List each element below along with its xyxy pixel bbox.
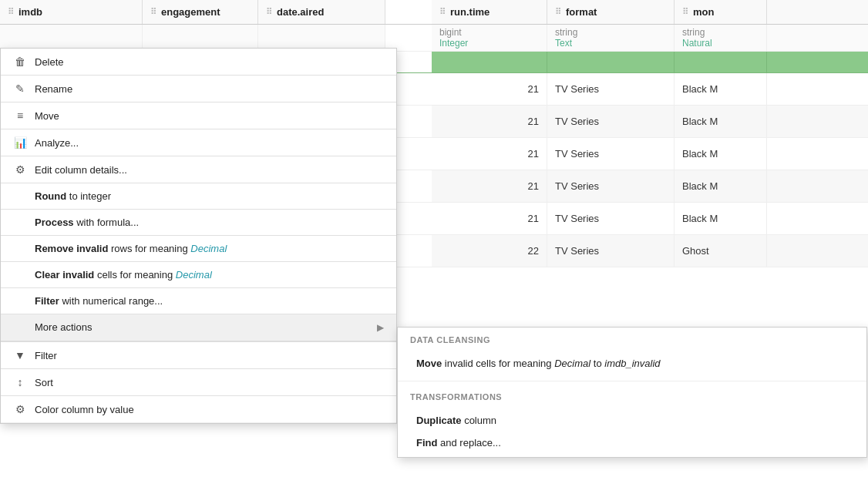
drag-handle-imdb: ⠿ [8,7,14,17]
col-header-dateaired[interactable]: ⠿ date.aired [258,0,385,24]
color-column-icon: ⚙ [13,403,27,415]
menu-label-rename: Rename [35,83,72,95]
move-icon: ≡ [13,109,27,122]
menu-label-remove-invalid: Remove invalid rows for meaning Decimal [35,243,227,254]
menu-label-more-actions: More actions [35,321,92,333]
menu-label-move: Move [35,110,59,122]
cell-runtime: 21 [432,203,547,234]
menu-label-filter: Filter [35,350,57,361]
col-header-mon[interactable]: ⠿ mon [675,0,767,24]
sort-icon: ↕ [13,376,27,388]
semantic-link-runtime[interactable]: Integer [439,38,539,49]
menu-label-clear-invalid: Clear invalid cells for meaning Decimal [35,269,212,281]
type-label-runtime: bigint [439,27,462,38]
type-cell-dateaired [258,25,385,51]
submenu-title-transformations: TRANSFORMATIONS [410,392,854,405]
cell-runtime: 21 [432,106,547,137]
cell-format: TV Series [547,203,675,234]
menu-item-remove-invalid[interactable]: Remove invalid rows for meaning Decimal [1,236,396,262]
delete-icon: 🗑 [13,55,27,68]
type-label-format: string [555,27,577,38]
col-header-imdb[interactable]: ⠿ imdb [0,0,143,24]
cell-runtime: 22 [432,235,547,267]
submenu-duplicate-text: Duplicate column [416,415,496,426]
col-header-runtime[interactable]: ⠿ run.time [432,0,547,24]
col-label-engagement: engagement [161,6,220,18]
menu-item-sort[interactable]: ↕ Sort [1,369,396,396]
menu-item-filter-range[interactable]: Filter with numerical range... [1,288,396,314]
drag-handle-dateaired: ⠿ [266,7,272,17]
cell-runtime: 21 [432,138,547,170]
type-cell-format: string Text [547,25,675,51]
submenu-find-replace-text: Find and replace... [416,437,501,449]
submenu-section-transformations: TRANSFORMATIONS Duplicate column Find an… [398,385,866,457]
type-label-mon: string [682,27,705,38]
menu-label-edit-column: Edit column details... [35,164,127,176]
col-label-runtime: run.time [450,6,490,18]
analyze-icon: 📊 [13,136,27,149]
menu-label-delete: Delete [35,56,64,68]
menu-item-round[interactable]: Round to integer [1,183,396,210]
drag-handle-runtime: ⠿ [439,7,446,17]
menu-label-process: Process with formula... [35,217,139,228]
col-header-format[interactable]: ⠿ format [547,0,675,24]
cell-runtime: 21 [432,170,547,202]
col-label-format: format [566,6,597,18]
submenu-move-invalid-text: Move invalid cells for meaning Decimal t… [416,358,661,369]
menu-item-delete[interactable]: 🗑 Delete [1,49,396,76]
cell-format: TV Series [547,73,675,105]
gear-icon: ⚙ [13,163,27,176]
cell-format: TV Series [547,138,675,170]
menu-label-color-column: Color column by value [35,404,134,415]
menu-item-color-column[interactable]: ⚙ Color column by value [1,396,396,423]
drag-handle-format: ⠿ [555,7,561,17]
drag-handle-mon: ⠿ [682,7,688,17]
submenu-item-move-invalid[interactable]: Move invalid cells for meaning Decimal t… [410,352,854,375]
col-label-mon: mon [693,6,714,18]
cell-mon: Ghost [675,235,767,267]
menu-label-sort: Sort [35,377,53,388]
type-cell-engagement [143,25,258,51]
col-header-engagement[interactable]: ⠿ engagement [143,0,258,24]
submenu-item-duplicate[interactable]: Duplicate column [410,409,854,432]
context-menu: 🗑 Delete ✎ Rename ≡ Move 📊 Analyze... ⚙ … [0,48,397,424]
menu-item-process[interactable]: Process with formula... [1,210,396,236]
menu-label-analyze: Analyze... [35,137,79,149]
drag-handle-engagement: ⠿ [150,7,156,17]
menu-item-analyze[interactable]: 📊 Analyze... [1,129,396,156]
cell-format: TV Series [547,106,675,137]
submenu-item-find-replace[interactable]: Find and replace... [410,432,854,454]
submenu-section-data-cleansing: DATA CLEANSING Move invalid cells for me… [398,328,866,378]
col-label-dateaired: date.aired [277,6,324,18]
menu-item-filter[interactable]: ▼ Filter [1,341,396,369]
more-actions-arrow: ▶ [377,322,384,333]
type-cell-imdb [0,25,143,51]
cell-runtime: 21 [432,73,547,105]
filter-icon: ▼ [13,349,27,361]
cell-mon: Black M [675,106,767,137]
submenu-title-data-cleansing: DATA CLEANSING [410,335,854,348]
menu-item-clear-invalid[interactable]: Clear invalid cells for meaning Decimal [1,262,396,288]
col-label-imdb: imdb [19,6,42,18]
cell-format: TV Series [547,170,675,202]
cell-format: TV Series [547,235,675,267]
table-header: ⠿ imdb ⠿ engagement ⠿ date.aired ⠿ run.t… [0,0,868,25]
menu-item-rename[interactable]: ✎ Rename [1,76,396,102]
semantic-link-format[interactable]: Text [555,38,666,49]
menu-label-filter-range: Filter with numerical range... [35,295,163,307]
type-cell-runtime: bigint Integer [432,25,547,51]
menu-item-more-actions[interactable]: More actions ▶ [1,314,396,341]
cell-mon: Black M [675,203,767,234]
cell-mon: Black M [675,138,767,170]
menu-item-edit-column[interactable]: ⚙ Edit column details... [1,156,396,183]
cell-mon: Black M [675,170,767,202]
type-cell-mon: string Natural [675,25,767,51]
menu-label-round: Round to integer [35,190,111,202]
menu-item-move[interactable]: ≡ Move [1,102,396,129]
semantic-link-mon[interactable]: Natural [682,38,759,49]
cell-mon: Black M [675,73,767,105]
submenu: DATA CLEANSING Move invalid cells for me… [397,327,867,458]
rename-icon: ✎ [13,82,27,95]
